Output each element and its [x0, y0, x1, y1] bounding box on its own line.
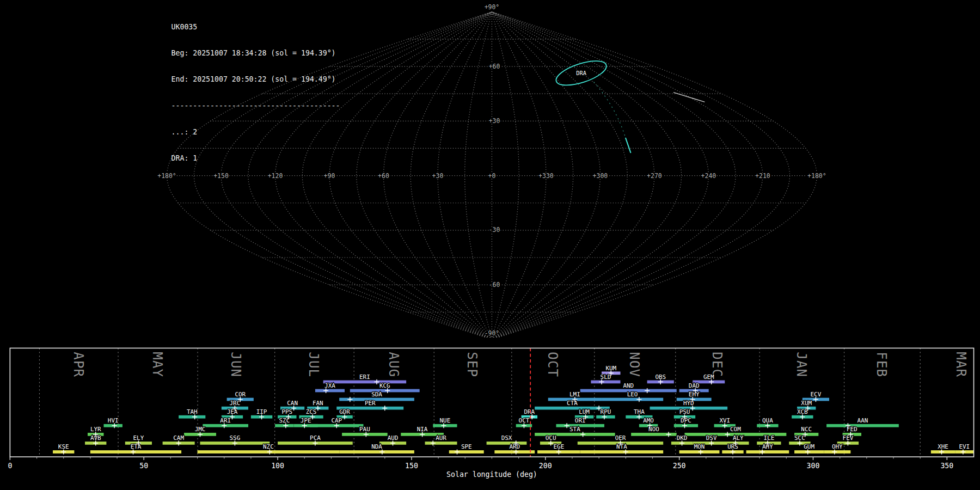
shower-label: NZC — [263, 443, 274, 450]
map-meridian — [492, 12, 519, 338]
shower-label: PSU — [679, 408, 690, 415]
shower-label: GDR — [339, 408, 350, 415]
shower-label: NIA — [417, 426, 428, 433]
shower-bar — [826, 424, 899, 427]
shower-label: DKD — [677, 434, 688, 442]
shower-label: KCG — [379, 382, 390, 389]
shower-label: FEV — [843, 434, 854, 442]
dra-meteor — [626, 138, 630, 152]
map-meridian — [329, 12, 492, 338]
shower-label: ZCS — [306, 408, 317, 415]
lat-label: +30 — [489, 117, 500, 125]
shower-label: XVI — [719, 417, 730, 424]
shower-bar — [449, 450, 484, 454]
map-meridian — [438, 12, 492, 338]
station-id: UK0035 — [171, 22, 340, 31]
month-label: AUG — [386, 352, 401, 377]
shower-bar — [746, 450, 789, 454]
shower-bar — [179, 415, 205, 419]
month-label: MAY — [150, 352, 165, 377]
shower-label: KSE — [58, 443, 69, 450]
shower-label: STA — [569, 426, 580, 433]
axis-tick-label: 200 — [539, 462, 552, 470]
lon-label: +60 — [378, 172, 389, 180]
shower-label: ERI — [359, 373, 370, 381]
axis-title: Solar longitude (deg) — [446, 470, 537, 479]
shower-label: URS — [727, 443, 738, 450]
dra-count: DRA: 1 — [171, 154, 340, 162]
month-label: APR — [71, 352, 86, 377]
shower-label: TAH — [187, 408, 198, 415]
axis-tick-label: 100 — [271, 462, 284, 470]
shower-label: AUR — [436, 434, 446, 442]
shower-label: JRC — [230, 400, 241, 407]
map-meridian — [492, 12, 546, 338]
lat-label: +60 — [489, 63, 500, 70]
shower-label: PCA — [310, 434, 321, 442]
map-meridian — [492, 12, 736, 338]
sky-map: +180°+150+120+90+60+30+0+330+300+270+240… — [0, 0, 980, 338]
axis-tick-label: 50 — [139, 462, 148, 470]
map-meridian — [357, 12, 492, 338]
map-meridian — [492, 12, 789, 338]
shower-label: SSG — [230, 434, 241, 442]
shower-label: SLD — [601, 373, 611, 381]
lon-label: +240 — [701, 172, 716, 180]
shower-label: ELY — [133, 434, 144, 442]
month-label: OCT — [545, 352, 560, 377]
shower-bar — [487, 442, 527, 445]
axis-tick-label: 250 — [673, 462, 686, 470]
shower-bar — [580, 450, 663, 454]
shower-label: OHY — [832, 443, 843, 450]
axis-tick-label: 0 — [8, 462, 12, 470]
month-label: JAN — [794, 352, 809, 377]
shower-label: SPE — [461, 443, 472, 450]
shower-label: EVI — [959, 443, 970, 450]
shower-label: OBS — [655, 373, 666, 381]
shower-label: PER — [365, 400, 376, 407]
shower-label: CAM — [173, 434, 184, 442]
shower-label: XUM — [801, 400, 812, 407]
shower-bar — [425, 442, 457, 445]
shower-label: NDA — [371, 443, 382, 450]
shower-label: ARI — [220, 417, 231, 424]
lat-label: -60 — [489, 281, 500, 289]
shower-label: ILE — [764, 434, 775, 442]
month-label: JUL — [306, 352, 321, 377]
shower-bar — [323, 381, 406, 384]
month-label: MAR — [953, 352, 969, 377]
shower-label: JMC — [195, 426, 206, 433]
month-label: SEP — [464, 352, 480, 377]
shower-label: JEA — [227, 408, 238, 415]
activity-timeline: APRMAYJUNJULAUGSEPOCTNOVDECJANFEBMAR0501… — [0, 338, 980, 490]
shower-label: CTA — [567, 400, 578, 407]
shower-label: OCT — [519, 417, 530, 424]
shower-label: ORI — [575, 417, 586, 424]
lon-label: +0 — [488, 172, 496, 180]
shower-label: HVI — [108, 417, 119, 424]
shower-label: AAN — [857, 417, 868, 424]
shower-label: QUA — [762, 417, 773, 424]
axis-tick-label: 300 — [807, 462, 820, 470]
shower-label: RPU — [601, 408, 611, 415]
shower-label: ECV — [811, 391, 822, 398]
dra-backtrack — [594, 82, 626, 138]
shower-label: KUM — [605, 365, 616, 372]
shower-label: JPE — [301, 417, 311, 424]
end-time: End: 20251007 20:50:22 (sol = 194.49°) — [171, 75, 340, 84]
shower-label: COM — [730, 426, 741, 433]
shower-label: GUM — [804, 443, 814, 450]
shower-label: EHY — [689, 391, 700, 398]
shower-label: DRA — [524, 408, 535, 415]
shower-label: DSX — [501, 434, 512, 442]
shower-bar — [90, 450, 181, 454]
shower-label: JXA — [324, 382, 335, 389]
shower-label: PPS — [281, 408, 292, 415]
separator-line: --------------------------------------- — [171, 101, 340, 110]
shower-label: AND — [623, 382, 634, 389]
shower-label: LEO — [627, 391, 638, 398]
lat-label: -90° — [485, 329, 500, 337]
lon-label: +300 — [593, 172, 608, 180]
lon-label: +180° — [807, 172, 826, 180]
shower-label: AUD — [388, 434, 399, 442]
